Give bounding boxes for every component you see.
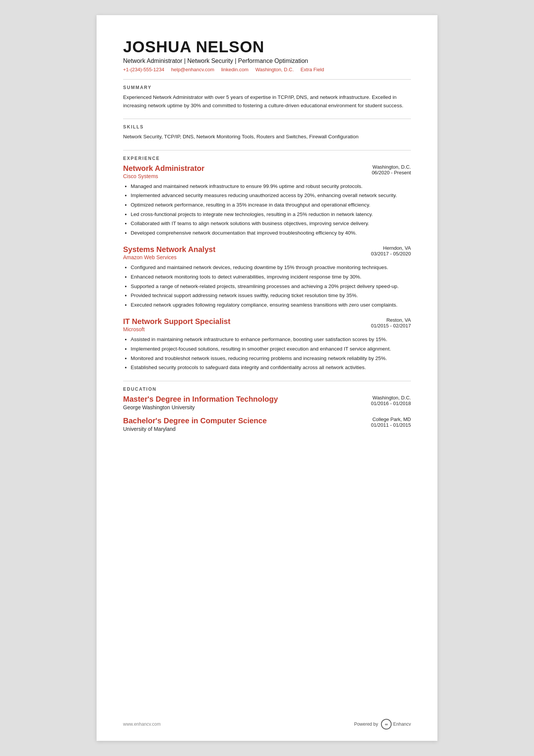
contact-location: Washington, D.C. bbox=[255, 67, 294, 72]
exp-header-1: Network Administrator Cisco Systems Wash… bbox=[123, 164, 411, 179]
edu-school-2: University of Maryland bbox=[123, 426, 267, 432]
exp-header-3: IT Network Support Specialist Microsoft … bbox=[123, 317, 411, 332]
contact-linkedin: linkedin.com bbox=[221, 67, 248, 72]
skills-section: SKILLS Network Security, TCP/IP, DNS, Ne… bbox=[123, 124, 411, 141]
exp-bullets-3: Assisted in maintaining network infrastr… bbox=[123, 335, 411, 371]
experience-item-2: Systems Network Analyst Amazon Web Servi… bbox=[123, 245, 411, 309]
experience-item-1: Network Administrator Cisco Systems Wash… bbox=[123, 164, 411, 237]
enhancv-logo: ∞ Enhancv bbox=[381, 719, 411, 729]
resume-page: JOSHUA NELSON Network Administrator | Ne… bbox=[97, 15, 437, 741]
education-divider bbox=[123, 381, 411, 381]
bullet-3-1: Assisted in maintaining network infrastr… bbox=[131, 335, 411, 344]
experience-divider bbox=[123, 150, 411, 150]
experience-item-3: IT Network Support Specialist Microsoft … bbox=[123, 317, 411, 371]
exp-left-2: Systems Network Analyst Amazon Web Servi… bbox=[123, 245, 215, 260]
bullet-1-5: Collaborated with IT teams to align netw… bbox=[131, 219, 411, 228]
edu-right-1: Washington, D.C. 01/2016 - 01/2018 bbox=[362, 395, 411, 406]
exp-right-1: Washington, D.C. 06/2020 - Present bbox=[362, 164, 411, 175]
skills-title: SKILLS bbox=[123, 124, 411, 130]
exp-location-3: Reston, VA bbox=[362, 317, 411, 323]
contact-extra: Extra Field bbox=[301, 67, 324, 72]
edu-dates-1: 01/2016 - 01/2018 bbox=[362, 401, 411, 406]
exp-company-2: Amazon Web Services bbox=[123, 254, 215, 260]
edu-location-2: College Park, MD bbox=[362, 416, 411, 422]
exp-company-3: Microsoft bbox=[123, 326, 230, 332]
edu-left-2: Bachelor's Degree in Computer Science Un… bbox=[123, 416, 267, 432]
exp-job-title-3: IT Network Support Specialist bbox=[123, 317, 230, 326]
exp-job-title-1: Network Administrator bbox=[123, 164, 205, 173]
exp-left-1: Network Administrator Cisco Systems bbox=[123, 164, 205, 179]
exp-dates-2: 03/2017 - 05/2020 bbox=[362, 251, 411, 257]
edu-left-1: Master's Degree in Information Technolog… bbox=[123, 395, 278, 410]
bullet-1-2: Implemented advanced security measures r… bbox=[131, 191, 411, 200]
bullet-1-1: Managed and maintained network infrastru… bbox=[131, 182, 411, 191]
edu-item-2: Bachelor's Degree in Computer Science Un… bbox=[123, 416, 411, 432]
experience-title: EXPERIENCE bbox=[123, 156, 411, 161]
summary-title: SUMMARY bbox=[123, 85, 411, 90]
header-divider bbox=[123, 79, 411, 80]
exp-job-title-2: Systems Network Analyst bbox=[123, 245, 215, 254]
exp-company-1: Cisco Systems bbox=[123, 173, 205, 179]
exp-right-3: Reston, VA 01/2015 - 02/2017 bbox=[362, 317, 411, 329]
exp-left-3: IT Network Support Specialist Microsoft bbox=[123, 317, 230, 332]
exp-bullets-1: Managed and maintained network infrastru… bbox=[123, 182, 411, 237]
bullet-2-1: Configured and maintained network device… bbox=[131, 263, 411, 272]
contact-info: +1-(234)-555-1234 help@enhancv.com linke… bbox=[123, 67, 411, 72]
skills-divider bbox=[123, 119, 411, 119]
bullet-2-3: Supported a range of network-related pro… bbox=[131, 282, 411, 291]
edu-degree-1: Master's Degree in Information Technolog… bbox=[123, 395, 278, 404]
bullet-3-4: Established security protocols to safegu… bbox=[131, 363, 411, 372]
summary-text: Experienced Network Administrator with o… bbox=[123, 93, 411, 110]
experience-section: EXPERIENCE Network Administrator Cisco S… bbox=[123, 156, 411, 372]
bullet-1-3: Optimized network performance, resulting… bbox=[131, 201, 411, 209]
logo-icon: ∞ bbox=[381, 719, 392, 729]
edu-dates-2: 01/2011 - 01/2015 bbox=[362, 422, 411, 428]
bullet-2-4: Provided technical support addressing ne… bbox=[131, 291, 411, 300]
candidate-name: JOSHUA NELSON bbox=[123, 38, 411, 56]
bullet-1-4: Led cross-functional projects to integra… bbox=[131, 210, 411, 219]
header: JOSHUA NELSON Network Administrator | Ne… bbox=[123, 38, 411, 72]
exp-location-2: Herndon, VA bbox=[362, 245, 411, 251]
exp-header-2: Systems Network Analyst Amazon Web Servi… bbox=[123, 245, 411, 260]
brand-name: Enhancv bbox=[393, 722, 411, 727]
footer-website: www.enhancv.com bbox=[123, 722, 161, 727]
candidate-title: Network Administrator | Network Security… bbox=[123, 58, 411, 64]
education-section: EDUCATION Master's Degree in Information… bbox=[123, 387, 411, 432]
footer-brand: Powered by ∞ Enhancv bbox=[354, 719, 411, 729]
bullet-3-3: Monitored and troubleshot network issues… bbox=[131, 354, 411, 363]
exp-location-1: Washington, D.C. bbox=[362, 164, 411, 170]
edu-right-2: College Park, MD 01/2011 - 01/2015 bbox=[362, 416, 411, 428]
powered-by-text: Powered by bbox=[354, 722, 378, 727]
edu-school-1: George Washington University bbox=[123, 404, 278, 410]
skills-text: Network Security, TCP/IP, DNS, Network M… bbox=[123, 133, 411, 141]
edu-degree-2: Bachelor's Degree in Computer Science bbox=[123, 416, 267, 425]
exp-dates-1: 06/2020 - Present bbox=[362, 170, 411, 175]
bullet-1-6: Developed comprehensive network document… bbox=[131, 229, 411, 237]
edu-location-1: Washington, D.C. bbox=[362, 395, 411, 401]
exp-bullets-2: Configured and maintained network device… bbox=[123, 263, 411, 309]
edu-item-1: Master's Degree in Information Technolog… bbox=[123, 395, 411, 410]
bullet-3-2: Implemented project-focused solutions, r… bbox=[131, 345, 411, 353]
footer: www.enhancv.com Powered by ∞ Enhancv bbox=[123, 719, 411, 729]
summary-section: SUMMARY Experienced Network Administrato… bbox=[123, 85, 411, 110]
contact-email: help@enhancv.com bbox=[171, 67, 214, 72]
bullet-2-2: Enhanced network monitoring tools to det… bbox=[131, 273, 411, 281]
bullet-2-5: Executed network upgrades following regu… bbox=[131, 301, 411, 309]
exp-dates-3: 01/2015 - 02/2017 bbox=[362, 323, 411, 329]
contact-phone: +1-(234)-555-1234 bbox=[123, 67, 164, 72]
education-title: EDUCATION bbox=[123, 387, 411, 392]
exp-right-2: Herndon, VA 03/2017 - 05/2020 bbox=[362, 245, 411, 257]
